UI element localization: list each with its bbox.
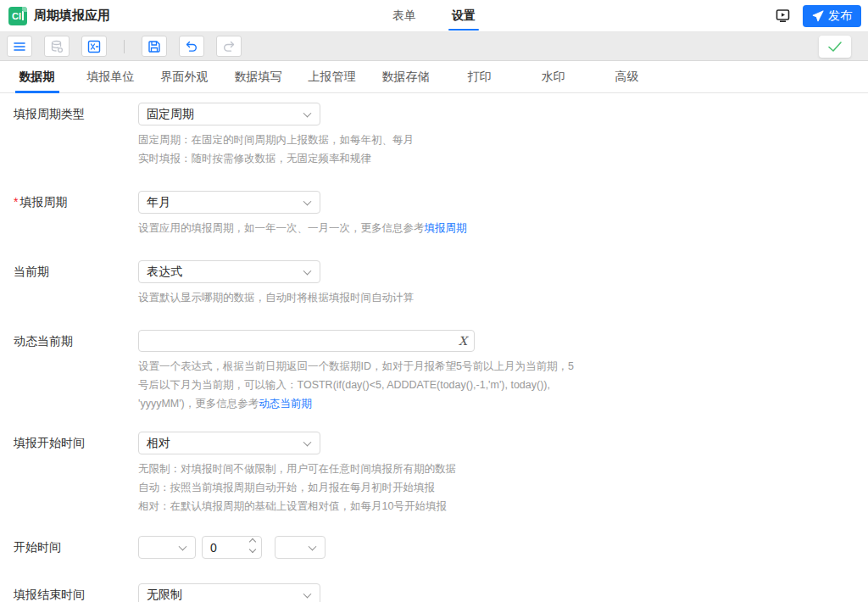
report-period-value: 年月 <box>147 195 170 210</box>
tab-ui-appearance[interactable]: 界面外观 <box>147 61 221 92</box>
tab-advanced[interactable]: 高级 <box>590 61 664 92</box>
app-logo-icon: CI <box>8 7 27 25</box>
datasource-button <box>44 36 70 57</box>
save-icon <box>147 40 161 53</box>
tab-print[interactable]: 打印 <box>442 61 516 92</box>
publish-button[interactable]: 发布 <box>803 5 861 27</box>
help-text: 设置一个表达式，根据当前日期返回一个数据期ID，如对于月报希望5号前以上月为当前… <box>138 357 854 413</box>
app-header: CI 周期填报应用 表单 设置 发布 <box>0 0 868 32</box>
redo-button <box>216 36 242 57</box>
tab-data-entry[interactable]: 数据填写 <box>221 61 295 92</box>
nav-tab-settings[interactable]: 设置 <box>452 0 476 31</box>
current-period-select[interactable]: 表达式 <box>138 260 320 283</box>
field-label: *填报周期 <box>14 191 138 237</box>
check-icon <box>827 41 843 53</box>
field-label: 开始时间 <box>14 536 138 559</box>
form-row: 动态当前期 X 设置一个表达式，根据当前日期返回一个数据期ID，如对于月报希望5… <box>14 330 854 413</box>
form-row: 填报结束时间 无限制 <box>14 583 854 602</box>
header-actions: 发布 <box>774 5 861 27</box>
stepper-up-icon <box>249 538 256 545</box>
chevron-down-icon <box>303 589 312 598</box>
start-time-type-value: 相对 <box>147 436 170 451</box>
nav-tab-form[interactable]: 表单 <box>392 0 416 31</box>
help-text: 无限制：对填报时间不做限制，用户可在任意时间填报所有期的数据 自动：按照当前填报… <box>138 460 854 516</box>
redo-icon <box>222 40 236 53</box>
current-period-value: 表达式 <box>147 265 182 280</box>
form-row: 填报开始时间 相对 无限制：对填报时间不做限制，用户可在任意时间填报所有期的数据… <box>14 432 854 516</box>
tab-report-unit[interactable]: 填报单位 <box>74 61 147 92</box>
chevron-down-icon <box>309 542 317 550</box>
end-time-select[interactable]: 无限制 <box>138 583 320 602</box>
help-link-report-period[interactable]: 填报周期 <box>425 222 467 234</box>
chevron-down-icon <box>303 266 312 275</box>
header-nav-tabs: 表单 设置 <box>392 0 476 31</box>
toolbar <box>0 32 868 61</box>
hamburger-icon <box>13 40 26 53</box>
form-row: 填报周期类型 固定周期 固定周期：在固定的时间周期内上报数据，如每年初、每月 实… <box>14 103 854 168</box>
tab-watermark[interactable]: 水印 <box>516 61 590 92</box>
help-text: 设置默认显示哪期的数据，自动时将根据填报时间自动计算 <box>138 288 854 307</box>
chevron-down-icon <box>179 542 187 550</box>
start-offset-extra-select[interactable] <box>275 536 326 559</box>
toolbar-separator <box>124 40 125 53</box>
end-time-value: 无限制 <box>147 588 182 602</box>
app-title: 周期填报应用 <box>34 8 110 24</box>
undo-icon <box>185 40 198 53</box>
settings-tabbar: 数据期 填报单位 界面外观 数据填写 上报管理 数据存储 打印 水印 高级 <box>0 61 868 93</box>
tab-data-period[interactable]: 数据期 <box>0 61 74 92</box>
preview-play-icon <box>775 8 791 24</box>
database-icon <box>50 40 64 53</box>
field-label: 填报周期类型 <box>14 103 138 168</box>
undo-button[interactable] <box>179 36 204 57</box>
help-text: 固定周期：在固定的时间周期内上报数据，如每年初、每月 实时填报：随时按需修改数据… <box>138 131 854 168</box>
period-type-select[interactable]: 固定周期 <box>138 103 320 125</box>
form-row: 当前期 表达式 设置默认显示哪期的数据，自动时将根据填报时间自动计算 <box>14 260 854 307</box>
form-row: 开始时间 <box>14 536 854 559</box>
send-plane-icon <box>812 10 824 22</box>
field-label: 动态当前期 <box>14 330 138 413</box>
form-row: *填报周期 年月 设置应用的填报周期，如一年一次、一月一次，更多信息参考填报周期 <box>14 191 854 237</box>
field-label: 填报开始时间 <box>14 432 138 516</box>
chevron-down-icon <box>303 438 312 446</box>
tab-data-storage[interactable]: 数据存储 <box>369 61 442 92</box>
excel-view-button[interactable] <box>81 36 107 57</box>
preview-button[interactable] <box>774 8 791 25</box>
report-period-select[interactable]: 年月 <box>138 191 320 214</box>
tab-report-management[interactable]: 上报管理 <box>295 61 369 92</box>
required-asterisk: * <box>14 195 18 209</box>
confirm-button[interactable] <box>819 36 851 58</box>
dynamic-current-period-input[interactable] <box>138 330 475 352</box>
start-time-type-select[interactable]: 相对 <box>138 432 320 454</box>
formula-x-icon[interactable]: X <box>459 334 467 348</box>
app-logo-text: CI <box>12 11 21 21</box>
period-type-value: 固定周期 <box>147 107 194 122</box>
publish-label: 发布 <box>828 8 852 24</box>
start-offset-unit-select[interactable] <box>138 536 196 559</box>
settings-form: 填报周期类型 固定周期 固定周期：在固定的时间周期内上报数据，如每年初、每月 实… <box>0 93 868 602</box>
save-button[interactable] <box>142 36 167 57</box>
number-stepper[interactable] <box>250 539 255 552</box>
help-text: 设置应用的填报周期，如一年一次、一月一次，更多信息参考填报周期 <box>138 219 854 237</box>
field-label: 当前期 <box>14 260 138 307</box>
stepper-down-icon <box>249 546 256 553</box>
field-label: 填报结束时间 <box>14 583 138 602</box>
chevron-down-icon <box>303 197 312 205</box>
excel-icon <box>87 40 101 53</box>
help-link-dynamic-current-period[interactable]: 动态当前期 <box>259 398 312 410</box>
menu-button[interactable] <box>7 36 32 57</box>
chevron-down-icon <box>303 109 312 117</box>
